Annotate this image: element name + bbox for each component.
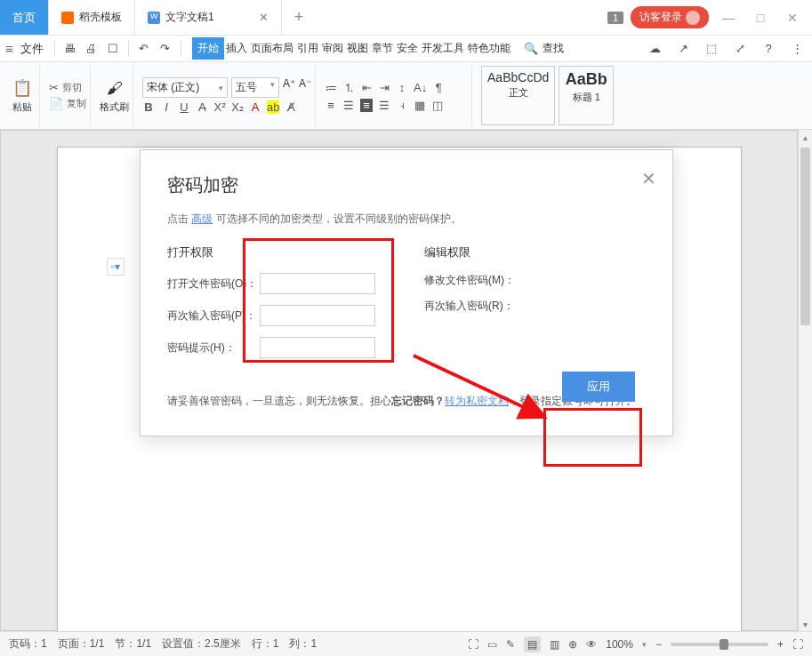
- paste-button[interactable]: 📋粘贴: [9, 77, 36, 114]
- apply-button[interactable]: 应用: [562, 372, 635, 402]
- status-page[interactable]: 页面：1/1: [58, 636, 105, 652]
- ribbon-tab-view[interactable]: 视图: [345, 37, 370, 60]
- print-icon[interactable]: 🖨: [82, 38, 101, 60]
- search-icon[interactable]: 🔍: [521, 38, 541, 60]
- font-size-select[interactable]: 五号▾: [231, 77, 279, 98]
- underline-button[interactable]: U: [178, 100, 190, 114]
- undo-icon[interactable]: ↶: [134, 38, 154, 60]
- collapse-icon[interactable]: ⤢: [730, 38, 750, 60]
- ribbon-tab-insert[interactable]: 插入: [224, 37, 249, 60]
- copy-icon: 📄: [49, 97, 63, 110]
- align-center-icon[interactable]: ☰: [342, 99, 355, 112]
- window-icon[interactable]: ⬚: [702, 38, 721, 60]
- border-icon[interactable]: ▦: [414, 99, 426, 112]
- super-button[interactable]: X²: [213, 100, 226, 114]
- view-web-icon[interactable]: ⊕: [568, 638, 577, 651]
- advanced-link[interactable]: 高级: [191, 212, 213, 225]
- close-tab-icon[interactable]: ✕: [259, 11, 269, 24]
- status-page-number[interactable]: 页码：1: [9, 636, 47, 652]
- notification-badge[interactable]: 1: [607, 12, 623, 24]
- ribbon-tab-special[interactable]: 特色功能: [466, 37, 512, 60]
- ribbon-tab-security[interactable]: 安全: [395, 37, 420, 60]
- outdent-icon[interactable]: ⇤: [360, 81, 373, 94]
- view-eye-icon[interactable]: 👁: [586, 638, 597, 651]
- ribbon-tab-review[interactable]: 审阅: [320, 37, 345, 60]
- distribute-icon[interactable]: ⫞: [396, 99, 408, 112]
- view-fullscreen-icon[interactable]: ⛶: [468, 638, 478, 651]
- format-painter-button[interactable]: 🖌格式刷: [100, 77, 129, 114]
- hamburger-icon[interactable]: ≡: [5, 41, 13, 56]
- font-family-select[interactable]: 宋体 (正文)▾: [142, 77, 228, 98]
- open-password-input[interactable]: [260, 273, 375, 294]
- cloud-icon[interactable]: ☁: [645, 38, 664, 60]
- align-left-icon[interactable]: ≡: [325, 99, 337, 112]
- zoom-in-button[interactable]: +: [777, 638, 784, 651]
- ribbon-toolbar: 📋粘贴 ✂剪切 📄复制 🖌格式刷 宋体 (正文)▾ 五号▾ A⁺ A⁻ B I …: [0, 62, 812, 130]
- dialog-close-button[interactable]: ✕: [641, 168, 656, 189]
- status-bar: 页码：1 页面：1/1 节：1/1 设置值：2.5厘米 行：1 列：1 ⛶ ▭ …: [0, 631, 812, 656]
- zoom-slider[interactable]: [671, 643, 768, 646]
- status-section[interactable]: 节：1/1: [115, 636, 151, 652]
- tab-home[interactable]: 首页: [0, 0, 49, 35]
- share-icon[interactable]: ↗: [673, 38, 693, 60]
- indent-icon[interactable]: ⇥: [378, 81, 390, 94]
- style-heading1[interactable]: AaBb标题 1: [559, 66, 614, 125]
- bold-button[interactable]: B: [142, 100, 155, 114]
- zoom-value[interactable]: 100%: [606, 638, 633, 651]
- fit-page-icon[interactable]: ⛶: [792, 638, 803, 651]
- search-label[interactable]: 查找: [543, 41, 564, 56]
- open-password-confirm-input[interactable]: [260, 305, 375, 326]
- shading-icon[interactable]: ◫: [431, 99, 444, 112]
- show-marks-icon[interactable]: ¶: [432, 81, 445, 94]
- copy-button[interactable]: 📄复制: [49, 97, 86, 110]
- minimize-button[interactable]: —: [716, 5, 741, 30]
- more-icon[interactable]: ⋮: [787, 38, 807, 60]
- preview-icon[interactable]: ☐: [103, 38, 123, 60]
- italic-button[interactable]: I: [160, 100, 173, 114]
- tab-template[interactable]: 稻壳模板: [49, 0, 135, 35]
- justify-icon[interactable]: ☰: [378, 99, 390, 112]
- vertical-scrollbar[interactable]: ▴ ▾: [798, 130, 812, 631]
- strike-button[interactable]: A̶: [196, 100, 208, 114]
- private-doc-link[interactable]: 转为私密文档: [445, 395, 509, 407]
- password-hint-input[interactable]: [260, 337, 375, 358]
- ribbon-tab-layout[interactable]: 页面布局: [249, 37, 295, 60]
- scroll-up-icon[interactable]: ▴: [799, 130, 812, 144]
- number-list-icon[interactable]: ⒈: [342, 80, 355, 96]
- view-outline-icon[interactable]: ▥: [550, 638, 559, 651]
- ribbon-tab-reference[interactable]: 引用: [295, 37, 320, 60]
- bullet-list-icon[interactable]: ≔: [325, 81, 337, 94]
- gutter-indicator-icon[interactable]: ▫▾: [107, 258, 125, 276]
- view-edit-icon[interactable]: ✎: [506, 638, 515, 651]
- view-print-icon[interactable]: ▤: [524, 636, 541, 652]
- highlight-button[interactable]: ab: [267, 100, 279, 114]
- tab-document[interactable]: 文字文稿1✕: [135, 0, 282, 35]
- align-right-icon[interactable]: ≡: [360, 99, 373, 112]
- zoom-knob[interactable]: [720, 639, 728, 650]
- ribbon-tab-start[interactable]: 开始: [192, 37, 224, 60]
- open-permission-heading: 打开权限: [167, 244, 389, 260]
- view-read-icon[interactable]: ▭: [487, 638, 497, 651]
- tab-add[interactable]: +: [282, 0, 317, 35]
- scroll-thumb[interactable]: [800, 148, 810, 325]
- ribbon-tab-devtools[interactable]: 开发工具: [420, 37, 466, 60]
- zoom-out-button[interactable]: −: [655, 638, 662, 651]
- clear-format-button[interactable]: A̸: [285, 100, 297, 114]
- ribbon-tab-chapter[interactable]: 章节: [370, 37, 395, 60]
- sub-button[interactable]: X₂: [231, 100, 244, 114]
- grow-font-icon[interactable]: A⁺: [283, 77, 295, 98]
- close-window-button[interactable]: ✕: [780, 5, 805, 30]
- save-icon[interactable]: 🖶: [60, 38, 80, 60]
- help-icon[interactable]: ?: [759, 38, 778, 60]
- maximize-button[interactable]: □: [748, 5, 773, 30]
- font-color-button[interactable]: A: [249, 100, 261, 114]
- sort-icon[interactable]: A↓: [414, 81, 427, 94]
- shrink-font-icon[interactable]: A⁻: [299, 77, 311, 98]
- file-menu[interactable]: 文件: [20, 41, 44, 57]
- redo-icon[interactable]: ↷: [156, 38, 175, 60]
- guest-login-button[interactable]: 访客登录: [631, 6, 709, 28]
- cut-button[interactable]: ✂剪切: [49, 81, 86, 94]
- style-normal[interactable]: AaBbCcDd正文: [481, 66, 555, 125]
- line-spacing-icon[interactable]: ↕: [396, 81, 408, 94]
- scroll-down-icon[interactable]: ▾: [799, 617, 812, 631]
